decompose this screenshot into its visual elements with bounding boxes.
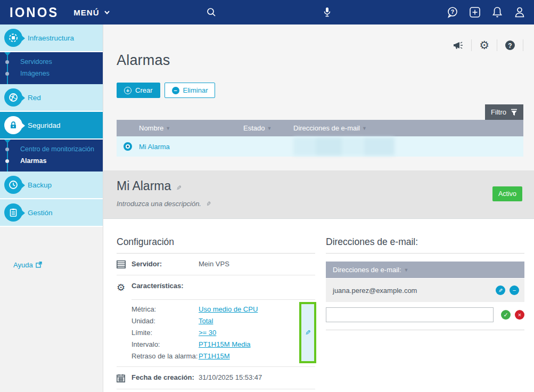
- sidebar-navigation: Infraestructura Servidores Imágenes Red: [0, 24, 103, 392]
- sidebar-item-infraestructura[interactable]: Infraestructura: [0, 24, 103, 52]
- submenu-notch: [4, 52, 11, 56]
- clipboard-icon: [4, 203, 22, 222]
- bullet-icon: [5, 148, 9, 151]
- interval-value-link[interactable]: PT1H15M Media: [199, 340, 251, 348]
- sidebar-item-backup[interactable]: Backup: [0, 172, 103, 199]
- sidebar-subitem-label: Servidores: [20, 58, 52, 66]
- bullet-icon: [5, 60, 9, 64]
- create-button-label: Crear: [135, 86, 153, 94]
- creation-date-row: Fecha de creación: 31/10/2025 15:53:47: [117, 367, 315, 389]
- column-header-estado[interactable]: Estado▼: [243, 124, 293, 132]
- table-row[interactable]: Mi Alarma: [117, 136, 523, 157]
- delete-button[interactable]: − Eliminar: [165, 83, 216, 98]
- sidebar-item-label: Backup: [28, 181, 52, 189]
- new-email-input[interactable]: [326, 307, 494, 322]
- cancel-email-button[interactable]: ×: [515, 310, 524, 320]
- sidebar-item-gestion[interactable]: Gestión: [0, 199, 103, 227]
- interval-row: Intervalo: PT1H15M Media: [132, 340, 294, 348]
- edit-title-pencil-icon[interactable]: ✎: [176, 184, 182, 192]
- sidebar-item-label: Seguridad: [28, 121, 61, 129]
- announcements-megaphone-icon[interactable]: [446, 39, 472, 51]
- server-value: Mein VPS: [199, 260, 229, 268]
- alarm-delay-value-link[interactable]: PT1H15M: [199, 352, 230, 360]
- submenu-rail: [7, 140, 8, 172]
- microphone-icon[interactable]: [321, 6, 333, 18]
- emails-column-label: Direcciones de e-mail:: [333, 266, 401, 274]
- alarms-list-section: ⚙ ? Alarmas + Crear − Eliminar: [103, 24, 534, 170]
- add-panel-icon[interactable]: [469, 6, 481, 18]
- filter-row: Filtro: [117, 104, 523, 120]
- main-content: ⚙ ? Alarmas + Crear − Eliminar: [103, 24, 534, 392]
- notifications-bell-icon[interactable]: [491, 6, 503, 18]
- edit-characteristics-button[interactable]: ✎: [301, 304, 314, 361]
- settings-gear-icon[interactable]: ⚙: [472, 39, 497, 51]
- emails-panel: Direcciones de e-mail: Direcciones de e-…: [326, 236, 524, 392]
- menu-button[interactable]: MENÚ: [73, 8, 110, 17]
- metric-value-link[interactable]: Uso medio de CPU: [199, 305, 258, 313]
- server-label: Servidor:: [132, 260, 199, 268]
- pencil-icon: ✎: [498, 288, 503, 293]
- filter-funnel-icon: [511, 109, 517, 116]
- infrastructure-icon: [4, 29, 22, 47]
- unit-value-link[interactable]: Total: [199, 317, 213, 325]
- topbar-right-icons: ?: [447, 6, 525, 18]
- sidebar-item-red[interactable]: Red: [0, 84, 103, 112]
- creation-date-value: 31/10/2025 15:53:47: [199, 373, 262, 381]
- unit-row: Unidad: Total: [132, 317, 294, 325]
- sidebar-item-alarmas[interactable]: Alarmas: [0, 155, 103, 167]
- search-icon[interactable]: [206, 6, 217, 18]
- alarm-detail-header: Mi Alarma ✎ Introduzca una descripción. …: [103, 170, 534, 219]
- column-header-nombre[interactable]: Nombre▼: [139, 124, 243, 132]
- sidebar-item-seguridad[interactable]: Seguridad: [0, 112, 103, 140]
- configuration-heading: Configuración: [117, 236, 315, 254]
- server-row: Servidor: Mein VPS: [117, 254, 315, 275]
- minus-circle-icon: −: [172, 87, 179, 94]
- column-header-emails[interactable]: Direcciones de e-mail▼: [293, 124, 523, 132]
- confirm-email-button[interactable]: ✓: [501, 310, 511, 320]
- metric-label: Métrica:: [132, 305, 199, 313]
- page-title: Alarmas: [117, 52, 523, 69]
- network-icon: [4, 88, 22, 107]
- sidebar-subitem-label: Alarmas: [20, 157, 46, 165]
- gear-icon: ⚙: [117, 282, 132, 293]
- create-button[interactable]: + Crear: [117, 83, 160, 98]
- limit-label: Límite:: [132, 329, 199, 337]
- sidebar-item-label: Gestión: [28, 209, 53, 217]
- sidebar-item-imagenes[interactable]: Imágenes: [0, 68, 103, 79]
- user-account-icon[interactable]: [514, 6, 525, 18]
- alarm-description-placeholder[interactable]: Introduzca una descripción. ✎: [117, 200, 522, 208]
- sort-arrow-icon: ▼: [166, 126, 170, 131]
- edit-description-pencil-icon[interactable]: ✎: [207, 200, 212, 208]
- sidebar-item-centro-de-monitorizacion[interactable]: Centro de monitorización: [0, 143, 103, 155]
- sidebar-item-servidores[interactable]: Servidores: [0, 56, 103, 68]
- emails-table-header[interactable]: Direcciones de e-mail: ▼: [326, 262, 524, 278]
- menu-label: MENÚ: [73, 8, 99, 17]
- new-email-input-row: ✓ ×: [326, 307, 524, 330]
- creation-date-label: Fecha de creación:: [132, 373, 199, 381]
- characteristics-label: Características:: [132, 282, 199, 290]
- help-question-icon[interactable]: ?: [497, 39, 523, 51]
- alarm-name-link[interactable]: Mi Alarma: [139, 143, 170, 151]
- svg-text:?: ?: [451, 9, 454, 15]
- remove-email-button[interactable]: −: [510, 285, 519, 295]
- bullet-icon: [5, 72, 9, 76]
- submenu-notch: [4, 140, 11, 143]
- edit-email-button[interactable]: ✎: [496, 285, 505, 295]
- limit-row: Límite: >= 30: [132, 329, 294, 337]
- alarms-table-header: Nombre▼ Estado▼ Direcciones de e-mail▼: [117, 120, 523, 136]
- chevron-down-icon: [104, 9, 110, 15]
- filter-button[interactable]: Filtro: [485, 104, 523, 120]
- unit-label: Unidad:: [132, 317, 199, 325]
- highlight-annotation-box: ✎: [299, 302, 316, 363]
- backup-clock-icon: [4, 176, 22, 194]
- characteristics-block: Métrica: Uso medio de CPU Unidad: Total …: [117, 300, 315, 367]
- alarm-detail-body: Configuración Servidor: Mein VPS ⚙ Carac…: [103, 219, 534, 392]
- action-buttons: + Crear − Eliminar: [117, 83, 523, 98]
- help-chat-icon[interactable]: ?: [447, 6, 458, 18]
- limit-value-link[interactable]: >= 30: [199, 329, 216, 337]
- help-link[interactable]: Ayuda: [0, 246, 103, 276]
- row-radio-selected[interactable]: [124, 142, 132, 151]
- alarms-table: Nombre▼ Estado▼ Direcciones de e-mail▼ M…: [117, 120, 523, 157]
- sidebar-item-label: Red: [28, 94, 41, 102]
- calendar-icon: [117, 373, 132, 382]
